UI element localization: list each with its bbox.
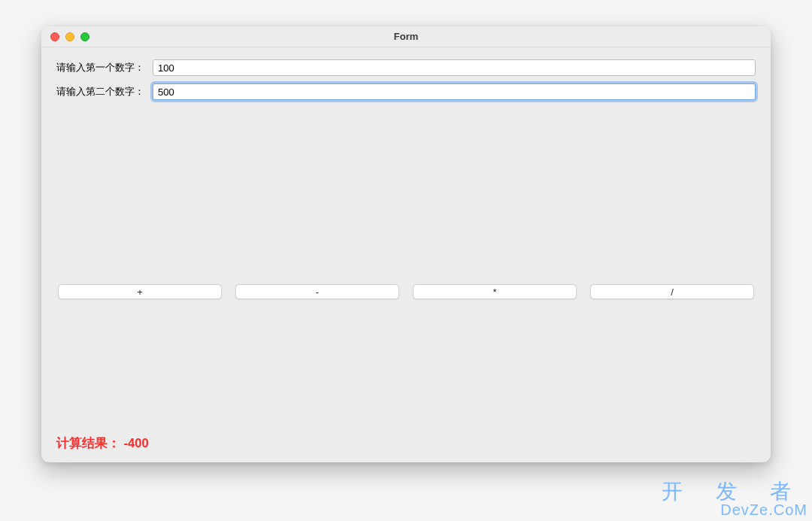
window: Form 请输入第一个数字： 请输入第二个数字： + - * / 计算结果： -… [41, 26, 771, 462]
traffic-lights [41, 32, 89, 41]
subtract-button[interactable]: - [235, 284, 399, 299]
result-label: 计算结果： [56, 436, 120, 450]
second-number-input[interactable] [153, 83, 756, 100]
watermark-line1: 开 发 者 [662, 480, 807, 502]
second-number-label: 请输入第二个数字： [56, 85, 153, 98]
result-value: -400 [124, 436, 149, 450]
maximize-icon[interactable] [80, 32, 89, 41]
input-row-second: 请输入第二个数字： [56, 83, 756, 100]
multiply-button[interactable]: * [413, 284, 577, 299]
close-icon[interactable] [50, 32, 59, 41]
result-text: 计算结果： -400 [56, 435, 149, 452]
add-button[interactable]: + [58, 284, 222, 299]
content-area: 请输入第一个数字： 请输入第二个数字： + - * / 计算结果： -400 [41, 47, 771, 462]
first-number-input[interactable] [153, 59, 756, 76]
window-title: Form [41, 31, 771, 42]
watermark-line2: DevZe.CoM [662, 502, 807, 518]
minimize-icon[interactable] [65, 32, 74, 41]
operator-buttons: + - * / [58, 284, 754, 299]
titlebar: Form [41, 26, 771, 47]
input-row-first: 请输入第一个数字： [56, 59, 756, 76]
divide-button[interactable]: / [590, 284, 754, 299]
first-number-label: 请输入第一个数字： [56, 61, 153, 74]
watermark: 开 发 者 DevZe.CoM [662, 480, 807, 518]
